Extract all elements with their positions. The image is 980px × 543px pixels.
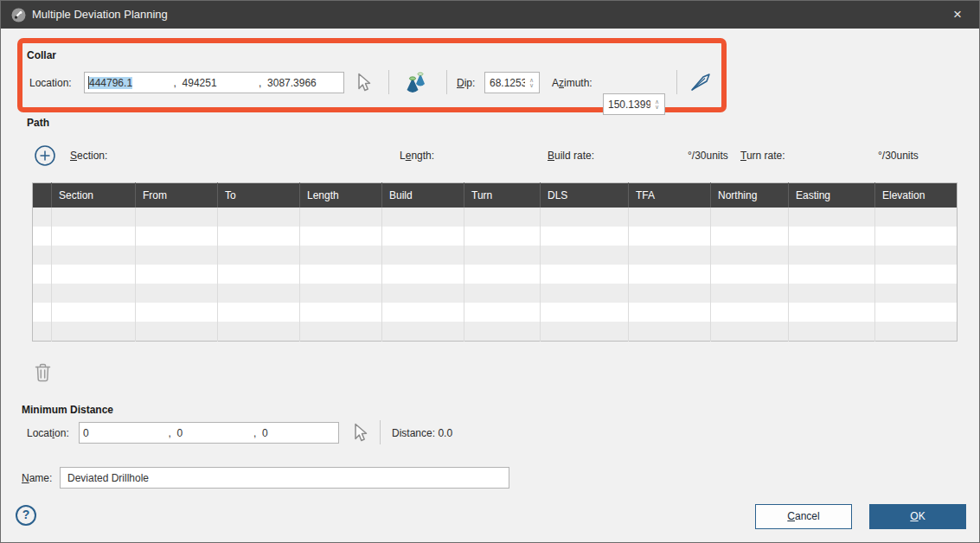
- ok-button[interactable]: OK: [869, 504, 966, 529]
- table-cell[interactable]: [541, 246, 629, 265]
- delete-row-trash-icon[interactable]: [34, 362, 52, 386]
- table-cell[interactable]: [875, 246, 958, 265]
- table-cell[interactable]: [382, 208, 464, 227]
- table-cell[interactable]: [218, 246, 300, 265]
- table-cell[interactable]: [464, 246, 541, 265]
- table-cell[interactable]: [52, 303, 136, 322]
- table-cell[interactable]: [711, 246, 789, 265]
- table-cell[interactable]: [33, 303, 52, 322]
- table-cell[interactable]: [136, 208, 218, 227]
- table-cell[interactable]: [629, 208, 711, 227]
- collar-location-input[interactable]: 444796.1 , 494251 , 3087.3966: [84, 72, 344, 93]
- table-cell[interactable]: [711, 265, 789, 284]
- table-cell[interactable]: [875, 265, 958, 284]
- table-cell[interactable]: [382, 322, 464, 342]
- drill-targets-icon[interactable]: [403, 68, 431, 99]
- table-cell[interactable]: [711, 303, 789, 322]
- table-cell[interactable]: [218, 284, 300, 303]
- table-cell[interactable]: [464, 284, 541, 303]
- table-cell[interactable]: [52, 208, 136, 227]
- close-icon[interactable]: ×: [945, 1, 970, 29]
- table-cell[interactable]: [382, 265, 464, 284]
- table-cell[interactable]: [52, 322, 136, 342]
- table-cell[interactable]: [541, 265, 629, 284]
- table-cell[interactable]: [789, 208, 875, 227]
- table-cell[interactable]: [136, 284, 218, 303]
- cancel-button[interactable]: Cancel: [755, 504, 852, 529]
- table-cell[interactable]: [875, 284, 958, 303]
- table-cell[interactable]: [541, 208, 629, 227]
- table-cell[interactable]: [789, 246, 875, 265]
- table-cell[interactable]: [789, 265, 875, 284]
- table-cell[interactable]: [136, 227, 218, 246]
- spinner-arrows[interactable]: ∧∨: [525, 73, 538, 92]
- table-cell[interactable]: [218, 265, 300, 284]
- table-cell[interactable]: [711, 322, 789, 342]
- help-icon[interactable]: ?: [16, 505, 36, 526]
- table-cell[interactable]: [33, 284, 52, 303]
- table-cell[interactable]: [382, 227, 464, 246]
- table-cell[interactable]: [52, 227, 136, 246]
- table-cell[interactable]: [300, 322, 382, 342]
- table-cell[interactable]: [136, 322, 218, 342]
- min-distance-location-input[interactable]: 0 , 0 , 0: [79, 422, 339, 444]
- table-cell[interactable]: [789, 322, 875, 342]
- table-cell[interactable]: [300, 284, 382, 303]
- table-cell[interactable]: [464, 227, 541, 246]
- table-cell[interactable]: [218, 303, 300, 322]
- table-cell[interactable]: [711, 227, 789, 246]
- table-cell[interactable]: [300, 246, 382, 265]
- pick-location-pointer-icon[interactable]: [353, 72, 373, 96]
- table-cell[interactable]: [136, 303, 218, 322]
- table-cell[interactable]: [789, 227, 875, 246]
- azimuth-spinner[interactable]: 150.1399 ∧∨: [603, 93, 665, 115]
- table-cell[interactable]: [300, 227, 382, 246]
- table-cell[interactable]: [33, 322, 52, 342]
- table-cell[interactable]: [629, 284, 711, 303]
- draw-slicer-pen-icon[interactable]: [688, 67, 714, 97]
- table-cell[interactable]: [300, 303, 382, 322]
- table-cell[interactable]: [464, 265, 541, 284]
- table-cell[interactable]: [541, 322, 629, 342]
- path-table[interactable]: SectionFromToLengthBuildTurnDLSTFANorthi…: [32, 182, 958, 342]
- table-cell[interactable]: [52, 265, 136, 284]
- name-input[interactable]: Deviated Drillhole: [60, 467, 509, 489]
- table-cell[interactable]: [629, 303, 711, 322]
- table-cell[interactable]: [300, 208, 382, 227]
- table-cell[interactable]: [629, 227, 711, 246]
- table-cell[interactable]: [541, 303, 629, 322]
- table-cell[interactable]: [136, 246, 218, 265]
- table-cell[interactable]: [464, 208, 541, 227]
- table-cell[interactable]: [629, 246, 711, 265]
- table-cell[interactable]: [875, 303, 958, 322]
- table-cell[interactable]: [629, 265, 711, 284]
- table-cell[interactable]: [33, 208, 52, 227]
- table-cell[interactable]: [382, 284, 464, 303]
- table-cell[interactable]: [218, 208, 300, 227]
- table-cell[interactable]: [541, 284, 629, 303]
- table-cell[interactable]: [711, 284, 789, 303]
- table-cell[interactable]: [33, 246, 52, 265]
- table-cell[interactable]: [52, 284, 136, 303]
- table-cell[interactable]: [382, 303, 464, 322]
- table-cell[interactable]: [629, 322, 711, 342]
- dip-spinner[interactable]: 68.1253 ∧∨: [484, 72, 540, 93]
- table-cell[interactable]: [33, 227, 52, 246]
- table-cell[interactable]: [218, 322, 300, 342]
- spinner-arrows[interactable]: ∧∨: [650, 95, 663, 113]
- table-cell[interactable]: [541, 227, 629, 246]
- table-cell[interactable]: [464, 303, 541, 322]
- table-cell[interactable]: [52, 246, 136, 265]
- table-cell[interactable]: [300, 265, 382, 284]
- table-cell[interactable]: [875, 322, 958, 342]
- table-cell[interactable]: [875, 227, 958, 246]
- table-cell[interactable]: [136, 265, 218, 284]
- table-cell[interactable]: [711, 208, 789, 227]
- table-cell[interactable]: [382, 246, 464, 265]
- pick-min-distance-pointer-icon[interactable]: [349, 422, 369, 446]
- table-cell[interactable]: [789, 284, 875, 303]
- add-section-button[interactable]: [34, 144, 56, 169]
- table-cell[interactable]: [875, 208, 958, 227]
- table-cell[interactable]: [789, 303, 875, 322]
- table-cell[interactable]: [464, 322, 541, 342]
